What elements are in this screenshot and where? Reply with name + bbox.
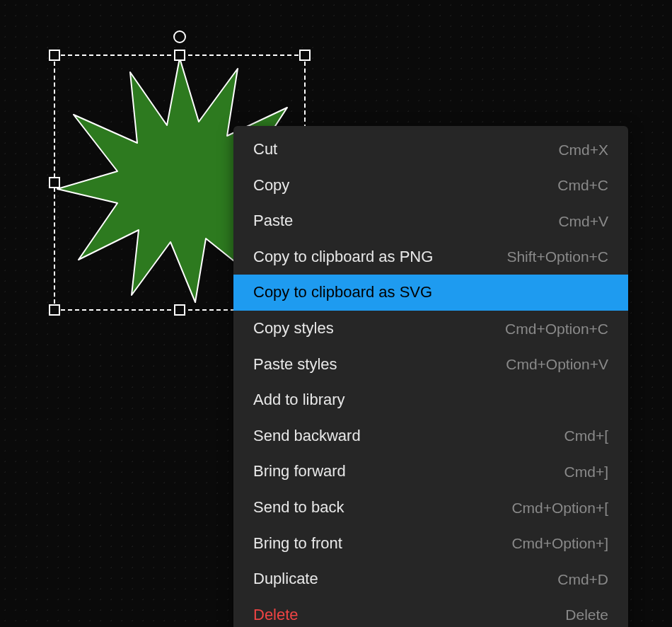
resize-handle-top-left[interactable] <box>49 50 60 61</box>
resize-handle-top-right[interactable] <box>299 50 311 61</box>
menu-item-shortcut: Cmd+D <box>557 570 608 589</box>
menu-item-shortcut: Cmd+C <box>557 176 608 195</box>
resize-handle-middle-left[interactable] <box>49 177 60 188</box>
resize-handle-bottom-middle[interactable] <box>174 304 185 316</box>
menu-item-label: Send to back <box>253 497 344 518</box>
menu-item-label: Paste <box>253 211 293 231</box>
menu-item-shortcut: Cmd+[ <box>564 426 608 445</box>
menu-item-label: Bring to front <box>253 534 342 554</box>
resize-handle-bottom-left[interactable] <box>49 304 60 316</box>
menu-item-label: Cut <box>253 139 277 160</box>
menu-item-copy-to-clipboard-as-png[interactable]: Copy to clipboard as PNGShift+Option+C <box>233 239 628 275</box>
menu-item-paste[interactable]: PasteCmd+V <box>233 203 628 239</box>
menu-item-bring-forward[interactable]: Bring forwardCmd+] <box>233 454 628 490</box>
menu-item-paste-styles[interactable]: Paste stylesCmd+Option+V <box>233 347 628 383</box>
menu-item-send-to-back[interactable]: Send to backCmd+Option+[ <box>233 490 628 526</box>
menu-item-label: Copy to clipboard as PNG <box>253 247 433 268</box>
canvas-area[interactable]: CutCmd+XCopyCmd+CPasteCmd+VCopy to clipb… <box>0 0 672 627</box>
menu-item-copy-styles[interactable]: Copy stylesCmd+Option+C <box>233 311 628 347</box>
menu-item-label: Send backward <box>253 426 361 447</box>
menu-item-label: Paste styles <box>253 355 337 375</box>
menu-item-shortcut: Delete <box>565 605 608 624</box>
context-menu: CutCmd+XCopyCmd+CPasteCmd+VCopy to clipb… <box>233 126 628 627</box>
menu-item-shortcut: Cmd+Option+[ <box>511 498 608 517</box>
menu-item-shortcut: Cmd+X <box>558 140 608 159</box>
rotation-handle[interactable] <box>173 30 186 43</box>
menu-item-shortcut: Cmd+] <box>564 462 608 481</box>
menu-item-copy-to-clipboard-as-svg[interactable]: Copy to clipboard as SVG <box>233 275 628 311</box>
menu-item-label: Copy <box>253 176 289 196</box>
menu-item-shortcut: Cmd+Option+] <box>511 534 608 553</box>
resize-handle-top-middle[interactable] <box>174 50 185 61</box>
menu-item-bring-to-front[interactable]: Bring to frontCmd+Option+] <box>233 526 628 562</box>
menu-item-label: Copy styles <box>253 318 334 339</box>
menu-item-shortcut: Cmd+V <box>558 212 608 231</box>
menu-item-duplicate[interactable]: DuplicateCmd+D <box>233 561 628 597</box>
menu-item-add-to-library[interactable]: Add to library <box>233 382 628 418</box>
menu-item-label: Bring forward <box>253 461 346 482</box>
menu-item-shortcut: Cmd+Option+C <box>505 319 608 338</box>
menu-item-label: Copy to clipboard as SVG <box>253 282 432 303</box>
menu-item-cut[interactable]: CutCmd+X <box>233 132 628 168</box>
menu-item-delete[interactable]: DeleteDelete <box>233 597 628 627</box>
menu-item-copy[interactable]: CopyCmd+C <box>233 168 628 204</box>
menu-item-send-backward[interactable]: Send backwardCmd+[ <box>233 418 628 454</box>
menu-item-label: Delete <box>253 605 299 626</box>
menu-item-shortcut: Shift+Option+C <box>506 247 608 266</box>
menu-item-label: Duplicate <box>253 569 318 589</box>
menu-item-label: Add to library <box>253 390 345 410</box>
menu-item-shortcut: Cmd+Option+V <box>506 355 608 374</box>
